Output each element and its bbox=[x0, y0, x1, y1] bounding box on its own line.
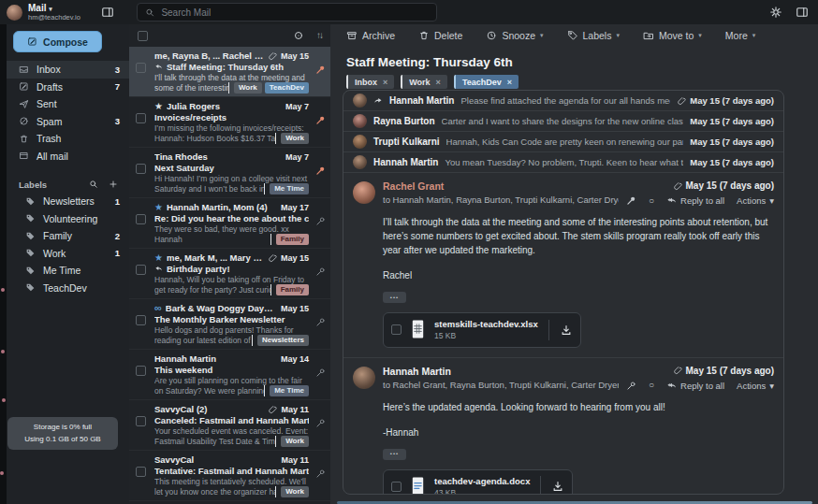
email-checkbox[interactable] bbox=[136, 164, 146, 174]
attachment-checkbox[interactable] bbox=[391, 324, 402, 335]
email-list-item[interactable]: Hannah Martin May 14 This weekend Are yo… bbox=[129, 349, 330, 399]
search-input[interactable] bbox=[161, 7, 429, 18]
select-all-checkbox[interactable] bbox=[138, 31, 148, 41]
label-chip[interactable]: TeachDev bbox=[265, 82, 309, 94]
pin-icon[interactable] bbox=[315, 468, 326, 479]
more-button[interactable]: More ▾ bbox=[725, 30, 755, 41]
email-list-item[interactable]: ★ Julia Rogers May 7 Invoices/receipts I… bbox=[129, 96, 330, 147]
sidebar-item-drafts[interactable]: Drafts 7 bbox=[7, 79, 129, 96]
snooze-button[interactable]: Snooze ▾ bbox=[486, 30, 543, 41]
label-chip-teachdev[interactable]: TeachDev× bbox=[454, 75, 519, 89]
pin-icon[interactable] bbox=[626, 195, 636, 206]
pin-icon[interactable] bbox=[315, 166, 326, 176]
delete-button[interactable]: Delete bbox=[418, 30, 462, 41]
actions-menu-button[interactable]: Actions ▾ bbox=[737, 195, 774, 206]
recipients-line[interactable]: to Hannah Martin, Rayna Burton, Trupti K… bbox=[383, 194, 619, 205]
sort-icon[interactable]: ↑↓ bbox=[316, 31, 322, 40]
sidebar-label-me-time[interactable]: Me Time bbox=[7, 262, 129, 280]
email-checkbox[interactable] bbox=[136, 366, 146, 376]
email-checkbox[interactable] bbox=[136, 214, 146, 224]
sidebar-label-volunteering[interactable]: Volunteering bbox=[7, 210, 129, 228]
pin-icon[interactable] bbox=[315, 216, 326, 226]
label-chip[interactable]: Family bbox=[276, 284, 309, 295]
label-chip[interactable]: Family bbox=[276, 234, 309, 245]
star-icon[interactable]: ★ bbox=[154, 203, 163, 212]
email-checkbox[interactable] bbox=[136, 467, 146, 477]
labels-button[interactable]: Labels ▾ bbox=[567, 30, 620, 41]
recipients-line[interactable]: to Rachel Grant, Rayna Burton, Trupti Ku… bbox=[383, 380, 619, 390]
sidebar-item-spam[interactable]: Spam 3 bbox=[7, 113, 129, 131]
attachment-checkbox[interactable] bbox=[391, 482, 402, 492]
sidebar-label-work[interactable]: Work 1 bbox=[7, 245, 129, 263]
actions-menu-button[interactable]: Actions ▾ bbox=[737, 381, 774, 391]
reply-all-button[interactable]: Reply to all bbox=[666, 195, 724, 206]
email-list-item[interactable]: ∞ Bark & Wag Doggy Daycare May 15 The Mo… bbox=[129, 298, 330, 349]
email-list-item[interactable]: SavvyCal May 11 Tentative: Fastmail and … bbox=[129, 450, 330, 500]
collapsed-message-row[interactable]: Hannah Martin Please find attached the a… bbox=[343, 91, 783, 111]
label-chip[interactable]: Me Time bbox=[270, 385, 309, 396]
attachment-card[interactable]: teachdev-agenda.docx 43 KB bbox=[383, 469, 573, 495]
label-chip[interactable]: Newsletters bbox=[257, 335, 309, 346]
pin-icon[interactable] bbox=[315, 266, 326, 277]
attachment-card[interactable]: stemskills-teachdev.xlsx 15 KB bbox=[383, 312, 581, 348]
email-list-item[interactable]: ★ Mark Martin May 7 Sick kiddo School nu… bbox=[129, 500, 330, 504]
sidebar-item-trash[interactable]: Trash bbox=[7, 130, 129, 148]
email-checkbox[interactable] bbox=[136, 315, 146, 325]
sidebar-item-sent[interactable]: Sent bbox=[7, 95, 129, 113]
show-quoted-text-button[interactable]: ••• bbox=[383, 449, 406, 460]
email-checkbox[interactable] bbox=[136, 63, 146, 73]
sidebar-label-teachdev[interactable]: TeachDev bbox=[7, 280, 129, 297]
label-chip[interactable]: Me Time bbox=[270, 183, 309, 194]
collapsed-message-row[interactable]: Trupti Kulkarni Hannah, Kids Can Code ar… bbox=[343, 132, 783, 152]
sidebar-toggle-icon[interactable] bbox=[101, 6, 114, 19]
sidebar-label-family[interactable]: Family 2 bbox=[7, 227, 129, 245]
add-label-icon[interactable] bbox=[109, 180, 118, 189]
mark-unread-icon[interactable]: ○ bbox=[649, 196, 654, 206]
reply-all-button[interactable]: Reply to all bbox=[666, 381, 724, 391]
move-to-button[interactable]: Move to ▾ bbox=[643, 30, 702, 41]
collapsed-message-row[interactable]: Hannah Martin You mean Tuesday? No probl… bbox=[343, 152, 783, 173]
close-icon[interactable]: × bbox=[383, 78, 387, 87]
label-chip[interactable]: Work bbox=[281, 486, 309, 497]
archive-button[interactable]: Archive bbox=[346, 30, 395, 41]
reading-pane-toggle-icon[interactable] bbox=[796, 6, 809, 19]
email-list-item[interactable]: Tina Rhodes May 7 Next Saturday Hi Hanna… bbox=[129, 147, 330, 197]
star-icon[interactable]: ★ bbox=[154, 253, 163, 263]
read-status-filter-icon[interactable] bbox=[293, 30, 304, 41]
compose-button[interactable]: Compose bbox=[13, 31, 102, 52]
pin-icon[interactable] bbox=[315, 115, 326, 125]
sidebar-item-inbox[interactable]: Inbox 3 bbox=[7, 61, 129, 79]
pin-icon[interactable] bbox=[315, 317, 326, 327]
email-checkbox[interactable] bbox=[136, 265, 146, 275]
email-checkbox[interactable] bbox=[136, 416, 146, 426]
sidebar-item-all-mail[interactable]: All mail bbox=[7, 148, 129, 166]
label-chip-inbox[interactable]: Inbox× bbox=[346, 75, 394, 89]
pin-icon[interactable] bbox=[315, 367, 326, 378]
download-icon[interactable] bbox=[560, 324, 573, 337]
sender-avatar bbox=[353, 367, 375, 389]
email-list-item[interactable]: me, Rayna B, ... Rachel G (6) May 15 Sta… bbox=[129, 47, 330, 96]
show-quoted-text-button[interactable]: ••• bbox=[383, 292, 406, 303]
email-checkbox[interactable] bbox=[136, 113, 146, 123]
star-icon[interactable]: ★ bbox=[154, 102, 163, 111]
close-icon[interactable]: × bbox=[436, 78, 441, 87]
email-list-item[interactable]: ★ Hannah Martin, Mom (4) May 17 Re: Did … bbox=[129, 197, 330, 248]
email-list-item[interactable]: ★ me, Mark M, ... Mary G (8) May 15 Birt… bbox=[129, 248, 330, 298]
label-chip[interactable]: Work bbox=[281, 133, 309, 144]
pin-icon[interactable] bbox=[626, 381, 636, 391]
sidebar-label-newsletters[interactable]: Newsletters 1 bbox=[7, 193, 129, 210]
label-search-icon[interactable] bbox=[89, 180, 98, 189]
mark-unread-icon[interactable]: ○ bbox=[649, 381, 654, 390]
close-icon[interactable]: × bbox=[507, 78, 512, 87]
pin-icon[interactable] bbox=[315, 65, 326, 75]
account-menu[interactable]: Mail ▾ hm@teachdev.io bbox=[0, 3, 101, 22]
settings-gear-icon[interactable] bbox=[769, 6, 782, 19]
email-list-item[interactable]: SavvyCal (2) May 11 Canceled: Fastmail a… bbox=[129, 399, 330, 450]
collapsed-message-row[interactable]: Rayna Burton Carter and I want to share … bbox=[343, 111, 783, 132]
pin-icon[interactable] bbox=[315, 418, 326, 428]
download-icon[interactable] bbox=[551, 480, 564, 493]
label-chip-work[interactable]: Work× bbox=[401, 75, 447, 89]
search-bar[interactable] bbox=[137, 3, 437, 22]
label-chip[interactable]: Work bbox=[281, 436, 309, 447]
label-chip[interactable]: Work bbox=[234, 82, 262, 94]
